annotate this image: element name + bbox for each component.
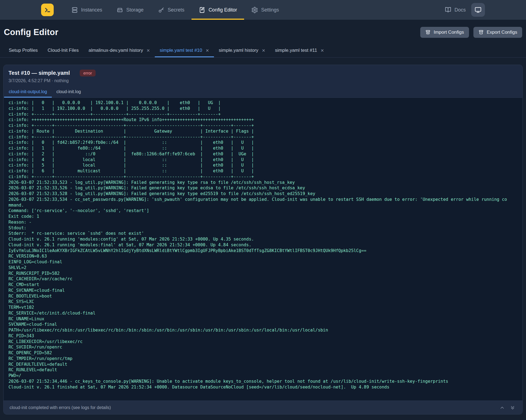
tray-down-icon <box>425 30 431 35</box>
docs-label: Docs <box>454 7 466 13</box>
test-result-card: Test #10 — simple.yaml error 3/7/2026, 4… <box>3 65 523 415</box>
page-title: Config Editor <box>4 27 58 37</box>
tab-label: simple.yaml history <box>219 48 259 53</box>
nav-item-label: Config Editor <box>208 7 237 13</box>
close-icon[interactable]: × <box>321 48 324 53</box>
status-actions <box>498 404 516 412</box>
import-configs-button[interactable]: Import Configs <box>420 27 469 38</box>
nav-item-label: Instances <box>81 7 102 13</box>
status-bar: cloud-init completed with errors (see lo… <box>4 401 522 414</box>
status-message: cloud-init completed with errors (see lo… <box>10 405 111 410</box>
top-nav: InstancesStorageSecretsConfig EditorSett… <box>0 0 526 20</box>
header-actions: Import Configs Export Configs <box>420 27 522 38</box>
tab-label: simple.yaml test #10 <box>160 48 202 53</box>
chevron-up-icon <box>499 405 505 410</box>
close-icon[interactable]: × <box>206 48 209 53</box>
tab-almalinux-dev-yaml-history[interactable]: almalinux-dev.yaml history× <box>84 44 155 57</box>
tab-cloud-init-files[interactable]: Cloud-Init Files <box>43 44 84 57</box>
nav-item-label: Storage <box>126 7 144 13</box>
book-open-icon-slot <box>445 7 451 13</box>
key-icon <box>158 7 165 13</box>
test-title: Test #10 — simple.yaml <box>8 70 70 76</box>
nav-item-secrets[interactable]: Secrets <box>151 0 191 20</box>
scroll-top-button[interactable] <box>498 404 506 412</box>
tab-label: Cloud-Init Files <box>48 48 79 53</box>
tab-label: simple.yaml test #11 <box>275 48 317 53</box>
test-title-row: Test #10 — simple.yaml error <box>8 70 518 76</box>
page-header: Config Editor Import Configs Export Conf… <box>0 20 526 38</box>
log-tab-cloud-init-log[interactable]: cloud-init.log <box>52 87 86 98</box>
test-result-header: Test #10 — simple.yaml error 3/7/2026, 4… <box>4 65 522 87</box>
gear-icon <box>251 7 258 13</box>
test-timestamp: 3/7/2026, 4:52:27 PM · nothing <box>8 78 518 83</box>
log-output[interactable]: ci-info: | 0 | 0.0.0.0 | 192.100.0.1 | 0… <box>4 98 522 401</box>
book-open-icon <box>445 7 451 13</box>
nav-item-instances[interactable]: Instances <box>64 0 109 20</box>
instances-icon <box>71 7 78 13</box>
tab-label: almalinux-dev.yaml history <box>88 48 143 53</box>
nav-item-docs[interactable]: Docs <box>445 7 466 13</box>
tab-simple-yaml-test-10[interactable]: simple.yaml test #10× <box>155 44 214 57</box>
display-mode-button[interactable] <box>471 3 485 17</box>
nav-item-label: Secrets <box>168 7 184 13</box>
file-pen-icon <box>199 7 205 13</box>
tab-simple-yaml-history[interactable]: simple.yaml history× <box>214 44 270 57</box>
nav-items: InstancesStorageSecretsConfig EditorSett… <box>64 0 286 20</box>
close-icon[interactable]: × <box>262 48 265 53</box>
tray-icon <box>478 30 484 35</box>
import-configs-label: Import Configs <box>434 30 464 35</box>
log-tab-cloud-init-output-log[interactable]: cloud-init-output.log <box>4 87 52 98</box>
terminal-icon <box>44 6 51 14</box>
export-configs-button[interactable]: Export Configs <box>473 27 522 38</box>
nav-item-storage[interactable]: Storage <box>109 0 151 20</box>
tray-icon-slot <box>478 30 484 35</box>
storage-icon <box>116 7 123 13</box>
tab-setup-profiles[interactable]: Setup Profiles <box>4 44 43 57</box>
scroll-bottom-button[interactable] <box>509 404 516 412</box>
monitor-icon <box>474 6 482 13</box>
nav-item-settings[interactable]: Settings <box>244 0 286 20</box>
tab-simple-yaml-test-11[interactable]: simple.yaml test #11× <box>270 44 329 57</box>
close-icon[interactable]: × <box>147 48 150 53</box>
log-tabs: cloud-init-output.logcloud-init.log <box>4 87 522 98</box>
nav-right-group: Docs <box>445 0 485 20</box>
tab-label: Setup Profiles <box>9 48 38 53</box>
main-tabs: Setup ProfilesCloud-Init Filesalmalinux-… <box>0 44 526 58</box>
export-configs-label: Export Configs <box>487 30 518 35</box>
status-badge: error <box>80 70 96 76</box>
tray-down-icon-slot <box>425 30 431 35</box>
nav-item-config-editor[interactable]: Config Editor <box>191 0 244 20</box>
nav-left-group: InstancesStorageSecretsConfig EditorSett… <box>41 0 286 20</box>
app-logo[interactable] <box>41 4 54 16</box>
chevrons-down-icon <box>510 405 515 410</box>
nav-item-label: Settings <box>261 7 279 13</box>
